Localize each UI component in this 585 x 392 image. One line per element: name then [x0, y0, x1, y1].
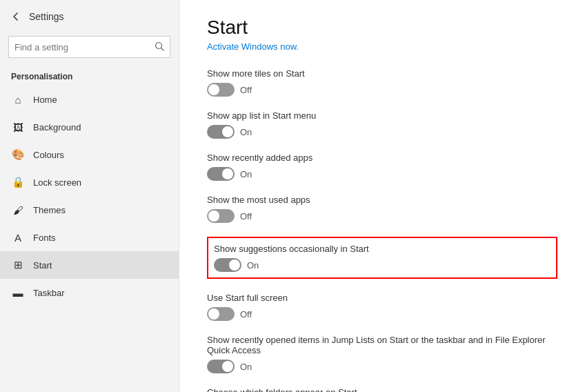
setting-row-most-used: Show the most used appsOff [207, 195, 557, 223]
search-input[interactable] [14, 42, 155, 52]
fonts-icon: A [11, 231, 25, 244]
sidebar-item-label-taskbar: Taskbar [33, 288, 65, 298]
toggle-row-jump-lists: On [207, 360, 557, 373]
setting-row-suggestions: Show suggestions occasionally in StartOn [207, 237, 557, 279]
sidebar-item-taskbar[interactable]: ▬Taskbar [0, 279, 179, 306]
toggle-recently-added[interactable] [207, 167, 235, 181]
toggle-track-recently-added [207, 167, 235, 181]
toggle-row-more-tiles: Off [207, 83, 557, 97]
settings-title: Settings [29, 11, 64, 22]
sidebar-item-label-colours: Colours [33, 150, 64, 160]
sidebar-item-label-themes: Themes [33, 205, 66, 215]
toggle-state-jump-lists: On [240, 362, 252, 372]
lock-screen-icon: 🔒 [11, 175, 25, 189]
home-icon: ⌂ [11, 92, 25, 106]
sidebar-item-label-start: Start [33, 260, 52, 271]
toggle-thumb-most-used [208, 210, 219, 222]
colours-icon: 🎨 [11, 148, 25, 161]
sidebar-item-start[interactable]: ⊞Start [0, 251, 179, 279]
sidebar-item-label-fonts: Fonts [33, 233, 56, 243]
sidebar-item-label-background: Background [33, 122, 81, 133]
setting-row-recently-added: Show recently added appsOn [207, 153, 557, 181]
setting-label-jump-lists: Show recently opened items in Jump Lists… [207, 335, 557, 355]
toggle-row-app-list: On [207, 125, 557, 139]
toggle-thumb-recently-added [222, 168, 233, 179]
toggle-most-used[interactable] [207, 209, 235, 223]
toggle-row-most-used: Off [207, 209, 557, 223]
toggle-app-list[interactable] [207, 125, 235, 139]
toggle-track-suggestions [214, 258, 241, 272]
toggle-full-screen[interactable] [207, 307, 235, 321]
toggle-track-most-used [207, 209, 235, 223]
setting-row-folders: Choose which folders appear on Start [207, 387, 557, 392]
sidebar-item-colours[interactable]: 🎨Colours [0, 141, 179, 168]
activate-link[interactable]: Activate Windows now. [207, 41, 557, 52]
toggle-track-full-screen [207, 307, 235, 321]
setting-row-app-list: Show app list in Start menuOn [207, 110, 557, 139]
back-button[interactable] [11, 12, 21, 21]
setting-label-recently-added: Show recently added apps [207, 153, 557, 163]
toggle-state-most-used: Off [240, 211, 252, 222]
toggle-thumb-full-screen [208, 308, 219, 320]
setting-row-jump-lists: Show recently opened items in Jump Lists… [207, 335, 557, 373]
toggle-thumb-jump-lists [222, 361, 233, 372]
settings-list: Show more tiles on StartOffShow app list… [207, 68, 557, 392]
sidebar-item-themes[interactable]: 🖌Themes [0, 196, 179, 224]
section-label: Personalisation [0, 66, 179, 86]
sidebar-item-lock-screen[interactable]: 🔒Lock screen [0, 168, 179, 196]
sidebar-item-home[interactable]: ⌂Home [0, 86, 179, 113]
toggle-thumb-app-list [222, 126, 233, 137]
toggle-state-full-screen: Off [240, 309, 252, 320]
search-icon [155, 41, 164, 53]
svg-line-1 [161, 48, 164, 50]
toggle-jump-lists[interactable] [207, 360, 235, 373]
setting-label-full-screen: Use Start full screen [207, 293, 557, 303]
sidebar-item-label-lock-screen: Lock screen [33, 177, 81, 188]
background-icon: 🖼 [11, 120, 25, 134]
sidebar: Settings Personalisation ⌂Home🖼Backgroun… [0, 0, 179, 392]
toggle-thumb-suggestions [229, 259, 240, 271]
start-icon: ⊞ [11, 258, 25, 272]
toggle-state-more-tiles: Off [240, 85, 252, 95]
toggle-row-suggestions: On [214, 258, 551, 272]
setting-label-suggestions: Show suggestions occasionally in Start [214, 244, 551, 254]
page-title: Start [207, 17, 557, 39]
toggle-row-recently-added: On [207, 167, 557, 181]
sidebar-item-fonts[interactable]: AFonts [0, 224, 179, 251]
setting-label-more-tiles: Show more tiles on Start [207, 68, 557, 79]
themes-icon: 🖌 [11, 203, 25, 217]
sidebar-header: Settings [0, 0, 179, 33]
toggle-thumb-more-tiles [208, 84, 219, 95]
taskbar-icon: ▬ [11, 286, 25, 300]
sidebar-item-background[interactable]: 🖼Background [0, 113, 179, 141]
setting-label-app-list: Show app list in Start menu [207, 110, 557, 121]
toggle-row-full-screen: Off [207, 307, 557, 321]
setting-row-full-screen: Use Start full screenOff [207, 293, 557, 321]
setting-label-folders: Choose which folders appear on Start [207, 387, 557, 392]
toggle-state-app-list: On [240, 127, 252, 137]
main-content: Start Activate Windows now. Show more ti… [179, 0, 585, 392]
nav-list: ⌂Home🖼Background🎨Colours🔒Lock screen🖌The… [0, 86, 179, 306]
sidebar-item-label-home: Home [33, 95, 57, 105]
search-box[interactable] [8, 36, 170, 58]
toggle-suggestions[interactable] [214, 258, 241, 272]
toggle-track-jump-lists [207, 360, 235, 373]
toggle-track-app-list [207, 125, 235, 139]
toggle-track-more-tiles [207, 83, 235, 97]
toggle-state-recently-added: On [240, 169, 252, 179]
setting-row-more-tiles: Show more tiles on StartOff [207, 68, 557, 97]
toggle-more-tiles[interactable] [207, 83, 235, 97]
setting-label-most-used: Show the most used apps [207, 195, 557, 205]
toggle-state-suggestions: On [247, 260, 259, 271]
